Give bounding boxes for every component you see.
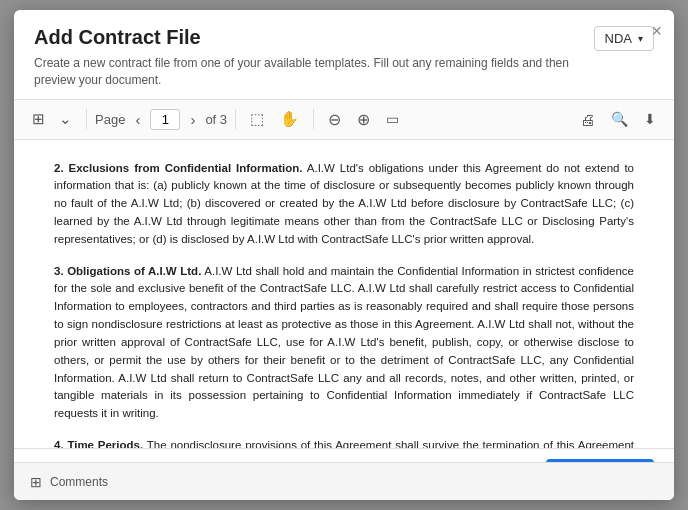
zoom-in-button[interactable]: ⊕ (351, 106, 376, 133)
paragraph-3: 3. Obligations of A.I.W Ltd. A.I.W Ltd s… (54, 263, 634, 423)
print-button[interactable]: 🖨 (574, 107, 601, 132)
prev-page-button[interactable]: ‹ (129, 107, 146, 132)
paragraph-4-bold: 4. Time Periods. (54, 439, 143, 448)
paragraph-3-text: A.I.W Ltd shall hold and maintain the Co… (54, 265, 634, 420)
modal-overlay: Add Contract File Create a new contract … (0, 0, 688, 510)
print-icon: 🖨 (580, 111, 595, 128)
page-total: of 3 (205, 112, 227, 127)
document-toolbar: ⊞ ⌄ Page ‹ › of 3 ⬚ ✋ (14, 100, 674, 140)
modal: Add Contract File Create a new contract … (14, 10, 674, 500)
separator-2 (235, 109, 236, 129)
template-dropdown[interactable]: NDA ▾ (594, 26, 654, 51)
zoom-out-button[interactable]: ⊖ (322, 106, 347, 133)
modal-header: Add Contract File Create a new contract … (14, 10, 674, 100)
page-number-input[interactable] (150, 109, 180, 130)
search-button[interactable]: 🔍 (605, 107, 634, 131)
zoom-out-icon: ⊖ (328, 110, 341, 129)
separator-3 (313, 109, 314, 129)
fit-page-icon: ▭ (386, 111, 399, 127)
view-chevron-button[interactable]: ⌄ (53, 106, 78, 132)
modal-title-area: Add Contract File Create a new contract … (34, 26, 594, 89)
document-area: 2. Exclusions from Confidential Informat… (14, 140, 674, 448)
separator-1 (86, 109, 87, 129)
bottom-bar: ⊞ Comments (14, 462, 674, 500)
hand-tool-button[interactable]: ✋ (274, 106, 305, 132)
bottom-bar-icon: ⊞ (30, 474, 42, 490)
paragraph-2-text: A.I.W Ltd's obligations under this Agree… (54, 162, 634, 245)
zoom-in-icon: ⊕ (357, 110, 370, 129)
page-label: Page (95, 112, 125, 127)
view-controls: ⊞ ⌄ (26, 106, 78, 132)
hand-icon: ✋ (280, 110, 299, 128)
close-button[interactable]: × (651, 22, 662, 40)
fit-page-button[interactable]: ▭ (380, 107, 405, 131)
chevron-down-icon: ▾ (638, 33, 643, 44)
selection-button[interactable]: ⬚ (244, 106, 270, 132)
modal-subtitle: Create a new contract file from one of y… (34, 55, 594, 89)
next-page-button[interactable]: › (184, 107, 201, 132)
grid-icon: ⊞ (32, 110, 45, 128)
template-dropdown-label: NDA (605, 31, 632, 46)
modal-title: Add Contract File (34, 26, 594, 49)
search-icon: 🔍 (611, 111, 628, 127)
page-controls: Page ‹ › of 3 (95, 107, 227, 132)
download-button[interactable]: ⬇ (638, 107, 662, 131)
download-icon: ⬇ (644, 111, 656, 127)
paragraph-3-bold: 3. Obligations of A.I.W Ltd. (54, 265, 201, 277)
paragraph-2-bold: 2. Exclusions from Confidential Informat… (54, 162, 302, 174)
selection-icon: ⬚ (250, 110, 264, 128)
chevron-icon: ⌄ (59, 110, 72, 128)
paragraph-4: 4. Time Periods. The nondisclosure provi… (54, 437, 634, 448)
bottom-bar-text: Comments (50, 475, 108, 489)
paragraph-2: 2. Exclusions from Confidential Informat… (54, 160, 634, 249)
grid-view-button[interactable]: ⊞ (26, 106, 51, 132)
